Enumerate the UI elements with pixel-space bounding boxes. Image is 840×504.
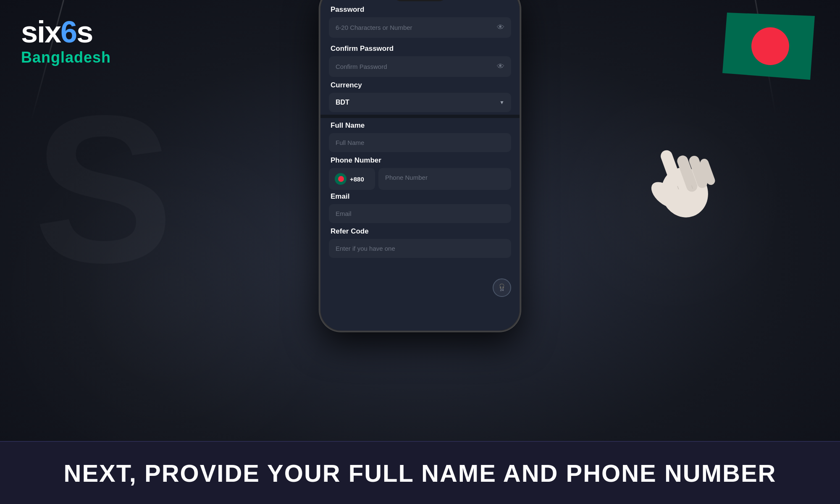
refer-code-label: Refer Code [329, 227, 370, 236]
email-label: Email [329, 192, 511, 201]
phone-power-btn [520, 64, 521, 94]
full-name-placeholder: Full Name [336, 139, 364, 146]
bd-flag-small-red [338, 176, 344, 182]
logo-text: six6s [21, 17, 111, 47]
section-divider [320, 115, 520, 118]
phone-number-placeholder: Phone Number [385, 174, 428, 181]
password-section-top: Password 6-20 Characters or Number 👁 [320, 1, 520, 45]
phone-wrapper: Password 6-20 Characters or Number 👁 Con… [319, 0, 521, 332]
currency-section: Currency BDT ▼ [329, 81, 511, 112]
bottom-banner: NEXT, PROVIDE YOUR FULL NAME AND PHONE N… [0, 441, 840, 504]
eye-icon[interactable]: 👁 [497, 23, 504, 32]
flag-container [722, 13, 815, 80]
phone-mute-btn [319, 52, 320, 68]
phone-vol-up-btn [319, 77, 320, 102]
country-code-text: +880 [350, 176, 364, 183]
password-label: Password [329, 5, 511, 14]
form-container-2: Full Name Full Name Phone Number +880 [320, 121, 520, 262]
phone-content: Password 6-20 Characters or Number 👁 Con… [320, 0, 520, 331]
currency-value: BDT [336, 99, 349, 106]
refer-code-placeholder: Enter if you have one [336, 245, 395, 252]
phone-number-section: Phone Number +880 Phone Number [329, 156, 511, 190]
confirm-password-input[interactable]: Confirm Password 👁 [329, 56, 511, 77]
confirm-password-section: Confirm Password Confirm Password 👁 [329, 45, 511, 77]
phone-number-input[interactable]: Phone Number [378, 168, 511, 190]
email-section: Email Email [329, 192, 511, 223]
flag-red-circle [751, 27, 789, 65]
hand-cursor [638, 134, 722, 227]
email-placeholder: Email [336, 210, 352, 217]
confirm-eye-icon[interactable]: 👁 [497, 62, 504, 71]
full-name-label: Full Name [329, 121, 511, 130]
password-input[interactable]: 6-20 Characters or Number 👁 [329, 17, 511, 38]
email-input[interactable]: Email [329, 204, 511, 223]
full-name-input[interactable]: Full Name [329, 133, 511, 152]
currency-label: Currency [329, 81, 511, 89]
full-name-section: Full Name Full Name [329, 121, 511, 152]
country-code-selector[interactable]: +880 [329, 168, 375, 190]
phone-mockup: Password 6-20 Characters or Number 👁 Con… [319, 0, 521, 332]
logo: six6s Bangladesh [21, 17, 111, 66]
phone-number-row: +880 Phone Number [329, 168, 511, 190]
hand-svg [638, 134, 722, 227]
banner-text: NEXT, PROVIDE YOUR FULL NAME AND PHONE N… [64, 459, 777, 487]
confirm-password-label: Confirm Password [329, 45, 511, 53]
currency-select[interactable]: BDT ▼ [329, 93, 511, 112]
phone-vol-down-btn [319, 110, 320, 136]
phone-notch [393, 0, 447, 1]
logo-highlight: 6 [60, 15, 76, 49]
password-placeholder: 6-20 Characters or Number [336, 24, 412, 31]
refer-code-section: Refer Code 🎧 24 Enter if you have one [329, 227, 511, 258]
phone-number-label: Phone Number [329, 156, 511, 165]
flag-brush [722, 13, 815, 80]
confirm-password-placeholder: Confirm Password [336, 63, 387, 70]
logo-subtitle: Bangladesh [21, 49, 111, 66]
form-container: Confirm Password Confirm Password 👁 Curr… [320, 45, 520, 115]
refer-code-input[interactable]: Enter if you have one [329, 239, 511, 258]
dropdown-arrow-icon: ▼ [499, 100, 504, 105]
bd-flag-small [335, 173, 346, 185]
